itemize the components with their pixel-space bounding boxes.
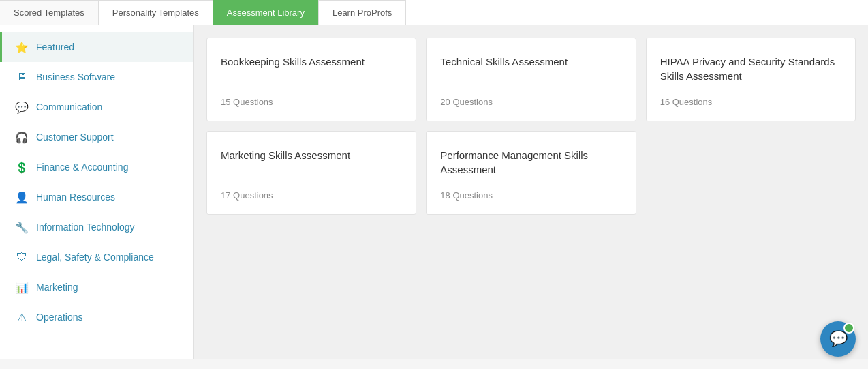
headset-icon: 🎧 — [14, 130, 29, 145]
shield-icon: 🛡 — [14, 250, 29, 265]
card-questions: 18 Questions — [440, 190, 621, 201]
card-title: Technical Skills Assessment — [440, 55, 621, 69]
tab-learn[interactable]: Learn ProProfs — [318, 0, 406, 25]
sidebar-item-label: Marketing — [36, 282, 78, 293]
content-area: Bookkeeping Skills Assessment 15 Questio… — [194, 25, 868, 359]
card-questions: 16 Questions — [660, 97, 841, 107]
sidebar-item-legal-safety[interactable]: 🛡 Legal, Safety & Compliance — [0, 242, 193, 272]
main-layout: ⭐ Featured 🖥 Business Software 💬 Communi… — [0, 25, 868, 359]
sidebar-item-label: Legal, Safety & Compliance — [36, 252, 154, 263]
sidebar-item-business-software[interactable]: 🖥 Business Software — [0, 62, 193, 92]
card-bookkeeping[interactable]: Bookkeeping Skills Assessment 15 Questio… — [206, 38, 416, 121]
sidebar-item-label: Business Software — [36, 72, 115, 83]
sidebar-item-featured[interactable]: ⭐ Featured — [0, 32, 193, 62]
star-icon: ⭐ — [14, 40, 29, 55]
chat-icon: 💬 — [14, 100, 29, 115]
card-hipaa[interactable]: HIPAA Privacy and Security Standards Ski… — [646, 38, 856, 121]
sidebar: ⭐ Featured 🖥 Business Software 💬 Communi… — [0, 25, 194, 359]
person-icon: 👤 — [14, 190, 29, 205]
warning-icon: ⚠ — [14, 310, 29, 325]
sidebar-item-operations[interactable]: ⚠ Operations — [0, 302, 193, 332]
sidebar-item-label: Communication — [36, 102, 102, 113]
card-title: Marketing Skills Assessment — [221, 148, 402, 162]
wrench-icon: 🔧 — [14, 220, 29, 235]
card-marketing-skills[interactable]: Marketing Skills Assessment 17 Questions — [206, 131, 416, 215]
sidebar-item-label: Finance & Accounting — [36, 162, 128, 173]
card-questions: 15 Questions — [221, 97, 402, 107]
sidebar-item-finance-accounting[interactable]: 💲 Finance & Accounting — [0, 152, 193, 182]
chat-bubble-icon: 💬 — [829, 330, 848, 348]
card-title: HIPAA Privacy and Security Standards Ski… — [660, 55, 841, 83]
sidebar-item-label: Operations — [36, 312, 82, 323]
card-questions: 17 Questions — [221, 190, 402, 201]
tab-personality[interactable]: Personality Templates — [98, 0, 213, 25]
tab-scored[interactable]: Scored Templates — [0, 0, 99, 25]
card-title: Performance Management Skills Assessment — [440, 148, 621, 177]
card-title: Bookkeeping Skills Assessment — [221, 55, 402, 69]
dollar-icon: 💲 — [14, 160, 29, 175]
tab-assessment[interactable]: Assessment Library — [213, 0, 319, 25]
sidebar-item-customer-support[interactable]: 🎧 Customer Support — [0, 122, 193, 152]
sidebar-item-communication[interactable]: 💬 Communication — [0, 92, 193, 122]
card-technical-skills[interactable]: Technical Skills Assessment 20 Questions — [426, 38, 636, 121]
monitor-icon: 🖥 — [14, 70, 29, 85]
sidebar-item-label: Information Technology — [36, 222, 135, 233]
card-performance-management[interactable]: Performance Management Skills Assessment… — [426, 131, 636, 215]
top-navigation: Scored Templates Personality Templates A… — [0, 0, 868, 25]
sidebar-item-label: Featured — [36, 42, 74, 53]
chat-support-button[interactable]: 💬 — [820, 321, 856, 357]
sidebar-item-human-resources[interactable]: 👤 Human Resources — [0, 182, 193, 212]
sidebar-item-marketing[interactable]: 📊 Marketing — [0, 272, 193, 302]
sidebar-item-label: Customer Support — [36, 132, 114, 143]
chart-icon: 📊 — [14, 280, 29, 295]
sidebar-item-label: Human Resources — [36, 192, 115, 203]
sidebar-item-information-technology[interactable]: 🔧 Information Technology — [0, 212, 193, 242]
card-questions: 20 Questions — [440, 97, 621, 107]
cards-grid: Bookkeeping Skills Assessment 15 Questio… — [206, 38, 856, 215]
